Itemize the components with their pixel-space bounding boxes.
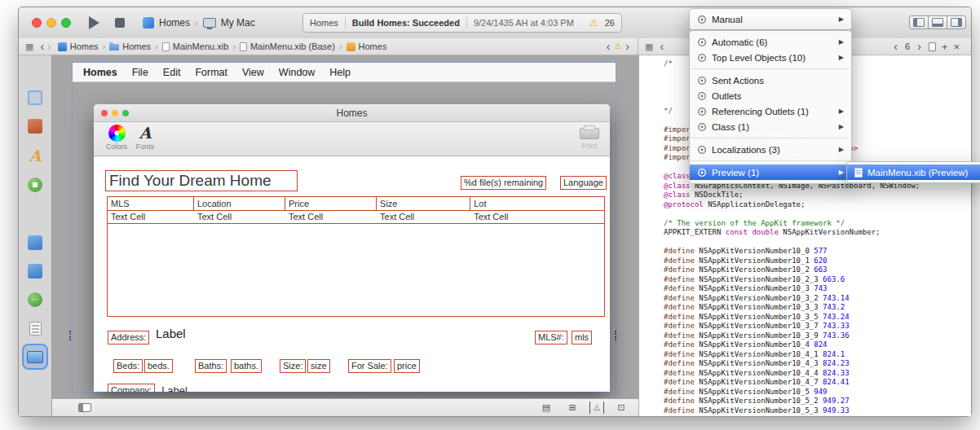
mock-menu-item-window[interactable]: Window bbox=[279, 67, 315, 78]
colors-toolbar-item[interactable]: Colors bbox=[102, 125, 131, 151]
table-column-header[interactable]: Lot bbox=[470, 197, 604, 210]
menu-item-localizations-3[interactable]: Localizations (3)▶ bbox=[690, 142, 851, 157]
code-line[interactable]: #define NSAppKitVersionNumber10_5 949 bbox=[664, 388, 956, 397]
code-line[interactable]: @protocol NSApplicationDelegate; bbox=[664, 200, 956, 210]
mock-window-titlebar[interactable]: Homes bbox=[94, 104, 610, 122]
mls-label[interactable]: MLS#: bbox=[535, 331, 567, 344]
code-line[interactable]: #define NSAppKitVersionNumber10_4_1 824.… bbox=[664, 350, 956, 360]
mock-menu-item-format[interactable]: Format bbox=[195, 67, 227, 78]
dock-item-object-2[interactable] bbox=[24, 260, 46, 283]
code-line[interactable]: #define NSAppKitVersionNumber10_2_3 663.… bbox=[664, 275, 956, 285]
code-line[interactable]: @class NSDockTile; bbox=[664, 191, 956, 200]
run-button[interactable] bbox=[89, 16, 99, 29]
code-line[interactable]: #define NSAppKitVersionNumber10_4_4 824.… bbox=[664, 369, 956, 379]
code-line[interactable]: #define NSAppKitVersionNumber10_1 620 bbox=[664, 257, 956, 266]
menu-item-manual[interactable]: Manual ▶ bbox=[690, 11, 851, 27]
code-line[interactable] bbox=[664, 209, 956, 219]
field-label-size[interactable]: Size: bbox=[280, 359, 306, 373]
code-line[interactable]: #define NSAppKitVersionNumber10_4_7 824.… bbox=[664, 378, 956, 388]
mock-menu-item-edit[interactable]: Edit bbox=[163, 67, 181, 78]
breadcrumb-item[interactable]: Homes bbox=[58, 42, 99, 51]
code-line[interactable]: /* The version of the AppKit framework *… bbox=[664, 219, 956, 229]
zoom-button[interactable] bbox=[61, 18, 71, 28]
mls-value-field[interactable]: mls bbox=[572, 331, 592, 344]
breadcrumb-item[interactable]: MainMenu.xib (Base) bbox=[240, 42, 335, 51]
back-button[interactable]: ‹ bbox=[658, 41, 665, 52]
ib-canvas[interactable]: HomesFileEditFormatViewWindowHelp Homes … bbox=[52, 55, 638, 416]
address-label[interactable]: Address: bbox=[108, 331, 149, 344]
warning-count[interactable]: 26 bbox=[605, 18, 615, 28]
code-line[interactable]: #define NSAppKitVersionNumber10_3_9 743.… bbox=[664, 331, 956, 341]
field-value-size[interactable]: size bbox=[307, 359, 330, 373]
menu-item-automatic-6[interactable]: Automatic (6)▶ bbox=[690, 34, 851, 50]
close-button[interactable] bbox=[32, 18, 42, 28]
mock-menu-item-help[interactable]: Help bbox=[329, 67, 351, 78]
warning-icon[interactable]: ⚠ bbox=[589, 18, 598, 28]
code-line[interactable]: #define NSAppKitVersionNumber10_3_5 743.… bbox=[664, 313, 956, 322]
mock-toolbar[interactable]: Colors A Fonts Print bbox=[94, 122, 610, 156]
menu-item-class-1[interactable]: Class (1)▶ bbox=[690, 119, 851, 134]
scheme-selector[interactable]: Homes › My Mac bbox=[143, 15, 255, 30]
code-line[interactable]: #define NSAppKitVersionNumber10_5_2 949.… bbox=[664, 397, 956, 406]
pin-button[interactable]: ⊞ bbox=[563, 401, 581, 414]
table-column-header[interactable]: Size bbox=[377, 197, 470, 210]
previous-counterpart-button[interactable]: ‹ bbox=[892, 41, 899, 52]
minimize-button[interactable] bbox=[46, 18, 56, 28]
close-assistant-editor-button[interactable]: × bbox=[953, 42, 960, 52]
table-column-header[interactable]: MLS bbox=[108, 197, 194, 210]
table-column-header[interactable]: Location bbox=[194, 197, 285, 210]
align-button[interactable]: ▤ bbox=[537, 401, 555, 414]
dock-item-object-1[interactable] bbox=[24, 231, 46, 254]
fonts-toolbar-item[interactable]: A Fonts bbox=[135, 125, 156, 151]
related-items-icon[interactable]: ▦ bbox=[25, 42, 33, 52]
mock-menu-item-file[interactable]: File bbox=[132, 67, 148, 78]
print-toolbar-item[interactable]: Print bbox=[576, 125, 603, 150]
headline-field[interactable]: Find Your Dream Home bbox=[105, 170, 298, 191]
code-line[interactable]: #define NSAppKitVersionNumber10_3_2 743.… bbox=[664, 294, 956, 304]
menu-item-referencing-outlets-1[interactable]: Referencing Outlets (1)▶ bbox=[690, 103, 851, 119]
resize-handle-right[interactable] bbox=[615, 331, 616, 340]
breadcrumb-item[interactable]: MainMenu.xib bbox=[162, 42, 228, 51]
menu-item-sent-actions[interactable]: Sent Actions bbox=[690, 72, 851, 88]
resolve-auto-layout-button[interactable]: △ bbox=[589, 401, 604, 414]
table-cell[interactable]: Text Cell bbox=[194, 211, 285, 223]
menu-item-preview-1[interactable]: Preview (1)▶ bbox=[690, 165, 851, 180]
mock-menu-item-view[interactable]: View bbox=[242, 67, 264, 78]
breadcrumb-item[interactable]: Homes bbox=[347, 42, 387, 51]
menu-item-mainmenu-xib-preview[interactable]: MainMenu.xib (Preview) bbox=[847, 165, 980, 180]
code-line[interactable]: #define NSAppKitVersionNumber10_3_3 743.… bbox=[664, 303, 956, 313]
back-button[interactable]: ‹ bbox=[38, 41, 46, 52]
table-cell[interactable]: Text Cell bbox=[377, 211, 470, 223]
code-line[interactable]: #define NSAppKitVersionNumber10_4 824 bbox=[664, 340, 956, 350]
language-field[interactable]: Language bbox=[560, 176, 607, 190]
forward-button[interactable]: › bbox=[46, 41, 53, 52]
mock-menu-app[interactable]: Homes bbox=[83, 67, 117, 78]
related-items-icon[interactable]: ▦ bbox=[645, 42, 653, 52]
breadcrumb-item[interactable]: Homes bbox=[109, 42, 151, 51]
menu-item-outlets[interactable]: Outlets bbox=[690, 88, 851, 103]
menu-item-top-level-objects-10[interactable]: Top Level Objects (10)▶ bbox=[690, 50, 851, 65]
code-line[interactable]: #define NSAppKitVersionNumber10_0 577 bbox=[664, 247, 956, 257]
dock-item-font-manager[interactable]: ⋯ bbox=[24, 288, 46, 311]
field-label-baths[interactable]: Baths: bbox=[195, 359, 227, 373]
dock-item-files-owner[interactable] bbox=[24, 86, 46, 109]
dock-item-window[interactable] bbox=[24, 345, 46, 368]
files-remaining-label[interactable]: %d file(s) remaining bbox=[461, 176, 546, 190]
table-cell[interactable]: Text Cell bbox=[470, 211, 604, 223]
code-line[interactable]: #define NSAppKitVersionNumber10_3 743 bbox=[664, 284, 956, 294]
address-value-label[interactable]: Label bbox=[156, 327, 186, 340]
table-cell[interactable]: Text Cell bbox=[285, 211, 377, 223]
code-line[interactable]: #define NSAppKitVersionNumber10_3_7 743.… bbox=[664, 322, 956, 331]
company-label[interactable]: Company: bbox=[108, 384, 155, 392]
dock-item-main-menu[interactable] bbox=[24, 317, 46, 340]
field-value-beds[interactable]: beds. bbox=[144, 359, 173, 373]
tracking-mode-icon[interactable] bbox=[929, 42, 936, 51]
stop-button[interactable] bbox=[115, 18, 125, 28]
table-cell[interactable]: Text Cell bbox=[108, 211, 194, 223]
mock-table[interactable]: MLSLocationPriceSizeLot Text CellText Ce… bbox=[107, 196, 605, 317]
toggle-debug-area-button[interactable] bbox=[928, 15, 947, 29]
next-counterpart-button[interactable]: › bbox=[916, 41, 923, 52]
code-line[interactable]: APPKIT_EXTERN const double NSAppKitVersi… bbox=[664, 228, 956, 238]
next-issue-button[interactable]: › bbox=[624, 41, 631, 52]
code-line[interactable]: #define NSAppKitVersionNumber10_6 1038 bbox=[664, 415, 956, 416]
